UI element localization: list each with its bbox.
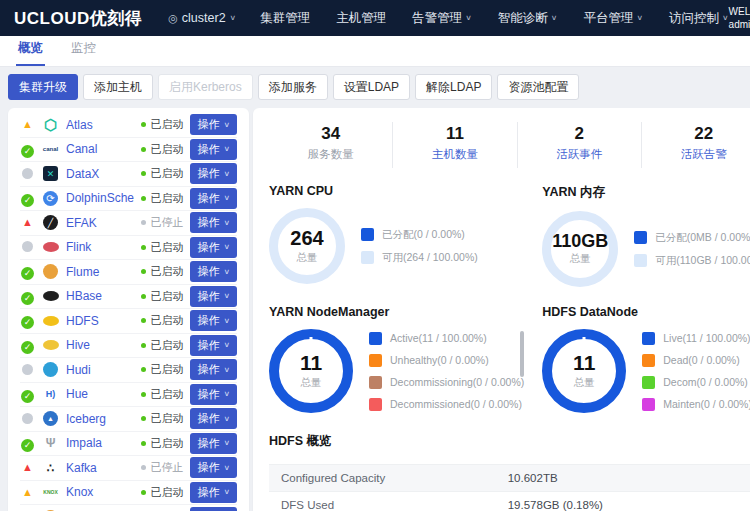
service-name-link[interactable]: HDFS (66, 314, 134, 328)
tab-监控[interactable]: 监控 (69, 34, 98, 66)
nav-item-平台管理[interactable]: 平台管理∨ (583, 10, 643, 27)
status-dot-icon (141, 269, 146, 274)
service-action-button[interactable]: 操作∨ (190, 433, 237, 454)
service-action-button[interactable]: 操作∨ (190, 335, 237, 356)
status-dot-icon (141, 318, 146, 323)
service-status: 已启动 (141, 387, 183, 402)
legend-item: Decommissioned(0 / 0.00%) (369, 398, 524, 411)
stat-value: 34 (269, 124, 392, 144)
service-name-link[interactable]: Flink (66, 240, 134, 254)
stat-label[interactable]: 活跃告警 (642, 147, 750, 162)
gray-dot-icon (22, 364, 33, 375)
chart-YARN 内存: YARN 内存110GB总量已分配(0MB / 0.00%)可用(110GB /… (542, 184, 750, 287)
chevron-down-icon: ∨ (551, 14, 558, 22)
service-row: ✓HBase已启动操作∨ (20, 285, 237, 310)
service-action-button[interactable]: 操作∨ (190, 310, 237, 331)
service-action-button[interactable]: 操作∨ (190, 114, 237, 135)
table-cell-label: Configured Capacity (281, 472, 508, 484)
status-dot-icon (141, 171, 146, 176)
service-name-link[interactable]: Canal (66, 142, 134, 156)
service-name-link[interactable]: Kafka (66, 461, 134, 475)
chart-YARN NodeManager: YARN NodeManager11总量Active(11 / 100.00%)… (269, 305, 524, 413)
toolbar-button-资源池配置[interactable]: 资源池配置 (497, 74, 579, 100)
donut-total-value: 11 (573, 352, 595, 374)
nav-item-告警管理[interactable]: 告警管理∨ (412, 10, 472, 27)
table-cell-label: DFS Used (281, 499, 508, 511)
service-action-button[interactable]: 操作∨ (190, 482, 237, 503)
stat-value: 2 (518, 124, 641, 144)
service-name-link[interactable]: Impala (66, 436, 134, 450)
nav-item-主机管理[interactable]: 主机管理 (336, 10, 386, 27)
toolbar-button-添加服务[interactable]: 添加服务 (258, 74, 328, 100)
service-action-button[interactable]: 操作∨ (190, 408, 237, 429)
service-row: ▲KNOXKnox已启动操作∨ (20, 481, 237, 506)
nav-item-智能诊断[interactable]: 智能诊断∨ (498, 10, 558, 27)
service-action-button[interactable]: 操作∨ (190, 359, 237, 380)
legend-item: 已分配(0 / 0.00%) (361, 228, 478, 242)
chevron-down-icon: ∨ (223, 390, 230, 398)
legend-color-swatch (369, 398, 382, 411)
service-status-label: 已停止 (150, 215, 183, 230)
service-name-link[interactable]: Atlas (66, 118, 134, 132)
service-action-button[interactable]: 操作∨ (190, 457, 237, 478)
toolbar-button-解除LDAP[interactable]: 解除LDAP (415, 74, 492, 100)
tab-概览[interactable]: 概览 (16, 34, 45, 66)
service-action-button[interactable]: 操作∨ (190, 384, 237, 405)
user-menu[interactable]: admin ▼ (729, 18, 750, 31)
main-content: ▲⬡Atlas已启动操作∨✓canalCanal已启动操作∨✕DataX已启动操… (0, 108, 750, 511)
toolbar-button-设置LDAP[interactable]: 设置LDAP (333, 74, 410, 100)
stat-label[interactable]: 主机数量 (393, 147, 516, 162)
service-name-link[interactable]: HBase (66, 289, 134, 303)
service-row: ▲⬡Atlas已启动操作∨ (20, 113, 237, 138)
service-action-button[interactable]: 操作∨ (190, 507, 237, 511)
service-name-link[interactable]: DolphinScheduler (66, 191, 134, 205)
service-name-link[interactable]: Hue (66, 387, 134, 401)
nav-item-label: 告警管理 (412, 10, 462, 27)
service-action-button[interactable]: 操作∨ (190, 212, 237, 233)
iceberg-icon: ▲ (42, 410, 59, 427)
service-action-button[interactable]: 操作∨ (190, 286, 237, 307)
stat-label[interactable]: 活跃事件 (518, 147, 641, 162)
toolbar-button-添加主机[interactable]: 添加主机 (83, 74, 153, 100)
cluster-selector-label: cluster2 (182, 11, 226, 25)
legend-color-swatch (361, 228, 374, 241)
service-status: 已启动 (141, 362, 183, 377)
service-name-link[interactable]: DataX (66, 167, 134, 181)
service-name-link[interactable]: Knox (66, 485, 134, 499)
nav-item-访问控制[interactable]: 访问控制∨ (669, 10, 729, 27)
scrollbar-thumb[interactable] (520, 331, 524, 377)
service-action-button[interactable]: 操作∨ (190, 237, 237, 258)
nav-item-集群管理[interactable]: 集群管理 (260, 10, 310, 27)
service-action-button[interactable]: 操作∨ (190, 163, 237, 184)
service-status: 已启动 (141, 436, 183, 451)
donut-total-label: 总量 (570, 252, 591, 266)
nav-menu: 集群管理主机管理告警管理∨智能诊断∨平台管理∨访问控制∨ (260, 10, 728, 27)
toolbar-button-集群升级[interactable]: 集群升级 (8, 74, 78, 100)
service-name-link[interactable]: EFAK (66, 216, 134, 230)
status-ok-icon: ✓ (20, 435, 35, 452)
service-action-button[interactable]: 操作∨ (190, 188, 237, 209)
legend-label: Mainten(0 / 0.00%) (663, 398, 750, 410)
hive-icon (42, 337, 59, 354)
check-circle-icon: ✓ (21, 145, 34, 158)
legend-color-swatch (642, 376, 655, 389)
service-name-link[interactable]: Iceberg (66, 412, 134, 426)
status-dot-icon (141, 122, 146, 127)
service-name-link[interactable]: Hive (66, 338, 134, 352)
service-action-button[interactable]: 操作∨ (190, 139, 237, 160)
service-status-label: 已启动 (150, 240, 183, 255)
service-row: Flink已启动操作∨ (20, 236, 237, 261)
service-row: ▲╱EFAK已停止操作∨ (20, 211, 237, 236)
stat-value: 11 (393, 124, 516, 144)
chart-legend: 已分配(0 / 0.00%)可用(264 / 100.00%) (361, 228, 478, 265)
service-name-link[interactable]: Hudi (66, 363, 134, 377)
overview-panel: 34服务数量11主机数量2活跃事件22活跃告警 YARN CPU264总量已分配… (253, 108, 750, 511)
legend-item: Live(11 / 100.00%) (642, 332, 750, 345)
service-status: 已停止 (141, 460, 183, 475)
cluster-selector[interactable]: ◎ cluster2 ∨ (168, 11, 236, 25)
gray-dot-icon (22, 168, 33, 179)
service-name-link[interactable]: Flume (66, 265, 134, 279)
stat-value: 22 (642, 124, 750, 144)
chart-title: YARN NodeManager (269, 305, 524, 319)
service-action-button[interactable]: 操作∨ (190, 261, 237, 282)
